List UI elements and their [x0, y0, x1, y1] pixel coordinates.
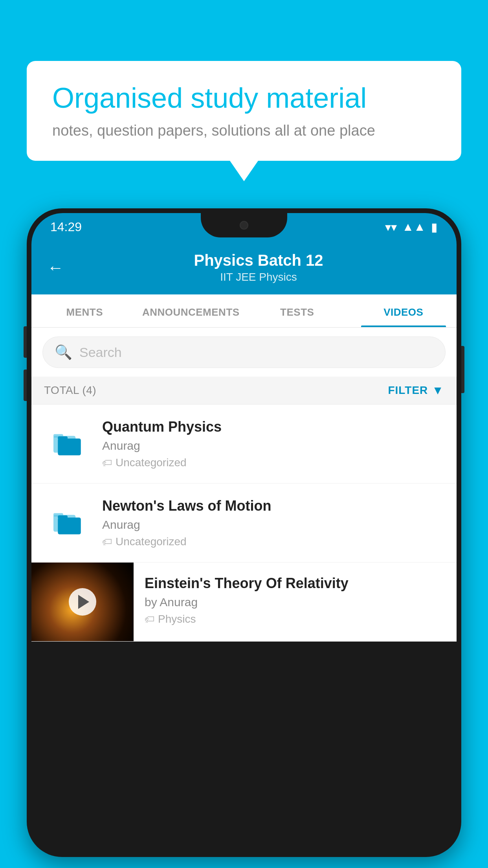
einstein-author: by Anurag: [145, 596, 446, 609]
play-icon: [78, 595, 89, 609]
einstein-tag: 🏷 Physics: [145, 613, 446, 625]
video-item-newtons-laws[interactable]: Newton's Laws of Motion Anurag 🏷 Uncateg…: [31, 484, 457, 563]
phone-screen: 14:29 ▾▾ ▲▲ ▮ ← Physics Batch 12: [31, 213, 457, 852]
filter-button[interactable]: FILTER ▼: [388, 384, 444, 397]
wifi-icon: ▾▾: [385, 220, 397, 234]
tab-ments[interactable]: MENTS: [31, 294, 138, 327]
battery-icon: ▮: [431, 220, 438, 234]
video-title-1: Quantum Physics: [102, 419, 444, 435]
video-folder-icon-1: [44, 422, 91, 465]
content-area: Quantum Physics Anurag 🏷 Uncategorized: [31, 405, 457, 642]
video-info-1: Quantum Physics Anurag 🏷 Uncategorized: [102, 419, 444, 469]
tag-icon-3: 🏷: [145, 613, 155, 625]
video-author-2: Anurag: [102, 518, 444, 531]
volume-up-button: [24, 326, 27, 358]
search-placeholder: Search: [79, 345, 122, 360]
video-title-2: Newton's Laws of Motion: [102, 498, 444, 514]
back-button[interactable]: ←: [47, 258, 64, 277]
video-author-1: Anurag: [102, 439, 444, 452]
speech-bubble-title: Organised study material: [52, 83, 436, 114]
video-tag-1: 🏷 Uncategorized: [102, 456, 444, 469]
batch-subtitle: IIT JEE Physics: [76, 271, 441, 283]
header-title-area: Physics Batch 12 IIT JEE Physics: [76, 252, 441, 283]
filter-label: FILTER: [388, 384, 428, 397]
video-info-2: Newton's Laws of Motion Anurag 🏷 Uncateg…: [102, 498, 444, 548]
filter-row: TOTAL (4) FILTER ▼: [31, 377, 457, 405]
svg-rect-7: [58, 515, 68, 519]
search-container: 🔍 Search: [31, 328, 457, 377]
status-bar: 14:29 ▾▾ ▲▲ ▮: [31, 213, 457, 241]
video-item-einstein[interactable]: Einstein's Theory Of Relativity by Anura…: [31, 563, 457, 642]
tab-announcements[interactable]: ANNOUNCEMENTS: [138, 294, 244, 327]
search-bar[interactable]: 🔍 Search: [42, 337, 446, 368]
einstein-thumbnail: [31, 563, 134, 641]
tag-icon-1: 🏷: [102, 457, 112, 469]
tab-tests[interactable]: TESTS: [244, 294, 350, 327]
video-tag-text-2: Uncategorized: [116, 535, 187, 548]
speech-bubble-container: Organised study material notes, question…: [27, 61, 461, 161]
total-count-label: TOTAL (4): [44, 384, 96, 397]
video-tag-text-1: Uncategorized: [116, 456, 187, 469]
signal-icon: ▲▲: [402, 220, 426, 234]
status-bar-icons: ▾▾ ▲▲ ▮: [385, 220, 438, 234]
notch: [201, 213, 287, 237]
camera: [240, 221, 248, 230]
svg-rect-6: [58, 518, 81, 535]
svg-rect-2: [58, 439, 81, 456]
tag-icon-2: 🏷: [102, 536, 112, 548]
filter-icon: ▼: [432, 384, 444, 397]
video-folder-icon-2: [44, 501, 91, 544]
svg-rect-3: [58, 436, 68, 440]
video-item-quantum-physics[interactable]: Quantum Physics Anurag 🏷 Uncategorized: [31, 405, 457, 484]
speech-bubble: Organised study material notes, question…: [27, 61, 461, 161]
volume-down-button: [24, 370, 27, 401]
power-button: [461, 346, 464, 393]
play-button[interactable]: [69, 588, 96, 616]
tabs-container: MENTS ANNOUNCEMENTS TESTS VIDEOS: [31, 294, 457, 328]
tab-videos[interactable]: VIDEOS: [350, 294, 457, 327]
search-icon: 🔍: [55, 344, 72, 360]
batch-title: Physics Batch 12: [76, 252, 441, 269]
speech-bubble-subtitle: notes, question papers, solutions all at…: [52, 122, 436, 139]
phone-outer: 14:29 ▾▾ ▲▲ ▮ ← Physics Batch 12: [27, 208, 461, 857]
einstein-info: Einstein's Theory Of Relativity by Anura…: [134, 563, 457, 633]
einstein-tag-text: Physics: [158, 613, 196, 625]
status-bar-time: 14:29: [50, 220, 82, 234]
app-header: ← Physics Batch 12 IIT JEE Physics: [31, 241, 457, 294]
phone-container: 14:29 ▾▾ ▲▲ ▮ ← Physics Batch 12: [27, 208, 461, 857]
video-tag-2: 🏷 Uncategorized: [102, 535, 444, 548]
thumbnail-bg: [31, 563, 134, 641]
einstein-title: Einstein's Theory Of Relativity: [145, 575, 446, 592]
